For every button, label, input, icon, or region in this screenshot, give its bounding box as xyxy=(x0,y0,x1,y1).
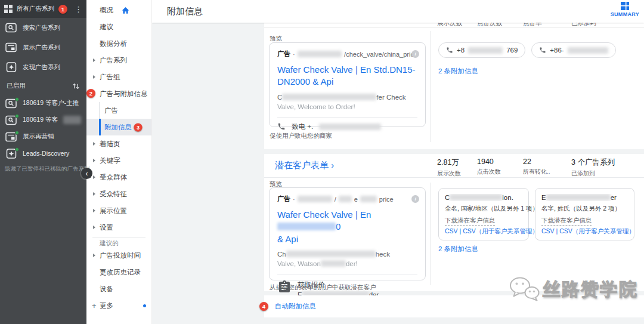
automated-extensions-link[interactable]: 自动附加信息 xyxy=(275,302,316,311)
sidebar-item-settings[interactable]: 设置 xyxy=(86,219,151,236)
desc-text: heck xyxy=(376,251,390,258)
sidebar-item-display-campaigns[interactable]: 展示广告系列 xyxy=(0,38,86,57)
ad-description: Chheck Valve, Watsonder! xyxy=(277,249,417,269)
grid-icon xyxy=(4,5,13,13)
page-title: 附加信息 xyxy=(167,6,203,17)
chevron-right-icon xyxy=(93,159,95,162)
ad-headline-link[interactable]: Wafer Check Valve | En 0 & Api xyxy=(277,209,416,245)
sidebar-item-change-history[interactable]: 更改历史记录 xyxy=(86,264,151,280)
sidebar-item-placements[interactable]: 展示位置 xyxy=(86,202,151,219)
sidebar-item-keywords[interactable]: 关键字 xyxy=(86,152,151,169)
sidebar-item-search-campaigns[interactable]: 搜索广告系列 xyxy=(0,18,86,38)
sidebar-item-extensions[interactable]: 附加信息 3 xyxy=(86,119,151,135)
lead-form-card[interactable]: Cion. 全名, 国家/地区（以及另外 1 项） 下载潜在客户信息 CSV |… xyxy=(438,188,529,240)
desc-text: fer Check xyxy=(376,94,405,101)
sidebar-item-label: 受众特征 xyxy=(100,190,127,199)
stat-impressions: 2.81万展示次数 xyxy=(437,158,461,178)
redacted-phone xyxy=(568,47,608,54)
ad-url-path: /check_valve/china_price xyxy=(344,51,417,58)
redacted-text xyxy=(339,196,352,202)
sidebar-item-recommendations[interactable]: 建议 xyxy=(86,18,151,35)
info-icon[interactable]: i xyxy=(411,50,419,58)
chevron-right-icon xyxy=(93,75,95,79)
phone-icon xyxy=(446,47,453,54)
sidebar-item-campaigns[interactable]: 广告系列 xyxy=(86,52,151,69)
sidebar-item-label: 展示位置 xyxy=(100,206,127,215)
campaign-item[interactable]: 180619 等客 xyxy=(0,112,86,128)
home-icon xyxy=(122,7,129,14)
desc-text: Valve, Watson xyxy=(277,260,321,267)
sidebar-item-label: 发现广告系列 xyxy=(23,63,60,72)
sidebar-item-landing-pages[interactable]: 着陆页 xyxy=(86,135,151,152)
extensions-count-link[interactable]: 2 条附加信息 xyxy=(438,67,478,76)
search-campaign-icon xyxy=(5,115,17,125)
sidebar-item-devices[interactable]: 设备 xyxy=(86,280,151,297)
stat-conversions: 22所有转化.. xyxy=(523,158,550,176)
sidebar-item-discovery-campaigns[interactable]: 发现广告系列 xyxy=(0,57,86,77)
redacted-text xyxy=(63,116,81,124)
sidebar-item-label: 搜索广告系列 xyxy=(23,24,60,32)
campaign-item[interactable]: 180619 等客户-主推 xyxy=(0,95,86,112)
chevron-right-icon xyxy=(93,58,95,62)
campaign-item[interactable]: 展示再营销 xyxy=(0,128,86,145)
redacted-text xyxy=(450,194,502,200)
extensions-count-link[interactable]: 2 条附加信息 xyxy=(438,245,478,254)
phone-number-chip[interactable]: +86- xyxy=(531,42,615,58)
lead-form-title-link[interactable]: 潜在客户表单 › xyxy=(275,160,334,171)
suggested-section-label: 建议的 xyxy=(86,239,151,247)
sidebar-item-insights[interactable]: 数据分析 xyxy=(86,35,151,52)
ad-preview-card: 广告 · /check_valve/china_price i Wafer Ch… xyxy=(269,42,426,127)
sidebar-item-label: 更多 xyxy=(100,301,113,310)
sidebar-item-overview[interactable]: 概况 xyxy=(86,2,151,18)
download-leads-label: 下载潜在客户信息 xyxy=(445,217,495,226)
enabled-section-header: 已启用 xyxy=(0,77,86,95)
ad-url-path: price xyxy=(379,196,394,203)
campaign-label: 180619 等客户-主推 xyxy=(23,99,79,107)
notification-dot xyxy=(143,304,146,307)
campaign-item[interactable]: Leads-Discovery xyxy=(0,145,86,162)
sidebar-item-label: 受众群体 xyxy=(100,173,127,182)
sidebar-item-ads[interactable]: 广告 xyxy=(86,102,151,119)
section-caption: 促使用户致电您的商家 xyxy=(270,132,332,140)
sidebar-item-label: 着陆页 xyxy=(100,140,120,149)
redacted-text xyxy=(277,223,336,230)
enabled-label: 已启用 xyxy=(7,82,26,90)
sidebar-item-label: 广告系列 xyxy=(100,56,127,65)
form-title: ion. xyxy=(502,194,513,201)
sidebar-item-ad-groups[interactable]: 广告组 xyxy=(86,69,151,85)
more-options-icon[interactable]: ⋮ xyxy=(75,5,82,13)
csv-download-links[interactable]: CSV | CSV（用于客户关系管理） xyxy=(445,227,522,236)
ad-headline-link[interactable]: Wafer Check Valve | En Std.DN15-DN2000 &… xyxy=(277,64,416,88)
column-header: 点击次数 xyxy=(477,23,502,27)
form-fields: 名字, 姓氏（以及另外 2 项） xyxy=(541,205,628,213)
chevron-right-icon xyxy=(93,142,95,146)
sidebar-item-ads-extensions[interactable]: 2 广告与附加信息 xyxy=(86,85,151,102)
sort-icon[interactable] xyxy=(72,82,80,90)
all-campaigns-header[interactable]: 所有广告系列 1 ⋮ xyxy=(0,0,86,18)
redacted-text xyxy=(360,196,377,202)
divider xyxy=(92,237,145,237)
form-title: er xyxy=(611,194,617,201)
ad-description: Cfer Check Valve, Welcome to Order! xyxy=(277,92,417,112)
phone-number-chip[interactable]: +8769 xyxy=(438,42,525,58)
chevron-right-icon xyxy=(93,209,95,212)
divider xyxy=(277,117,417,118)
sidebar-item-more[interactable]: + 更多 xyxy=(86,297,151,314)
separator: · xyxy=(293,196,295,203)
lead-form-card[interactable]: Eer 名字, 姓氏（以及另外 2 项） 下载潜在客户信息 CSV | CSV（… xyxy=(535,188,634,240)
chevron-right-icon xyxy=(93,192,95,196)
annotation-badge-1: 1 xyxy=(58,5,67,14)
display-campaign-icon xyxy=(5,132,17,142)
column-header: 点击率 xyxy=(523,23,542,27)
status-enabled-dot xyxy=(15,97,19,101)
desc-text: Ch xyxy=(277,251,286,258)
summary-view-toggle[interactable]: SUMMARY xyxy=(611,2,639,17)
csv-download-links[interactable]: CSV | CSV（用于客户关系管理） xyxy=(541,227,628,236)
sidebar-item-ad-schedule[interactable]: 广告投放时间 xyxy=(86,247,151,264)
sidebar-item-demographics[interactable]: 受众特征 xyxy=(86,186,151,202)
info-icon[interactable]: i xyxy=(411,195,419,203)
collapse-sidebar-button[interactable]: ‹ xyxy=(81,168,92,179)
redacted-domain xyxy=(298,196,332,202)
redacted-phone xyxy=(468,47,503,54)
sidebar-item-audiences[interactable]: 受众群体 xyxy=(86,169,151,186)
